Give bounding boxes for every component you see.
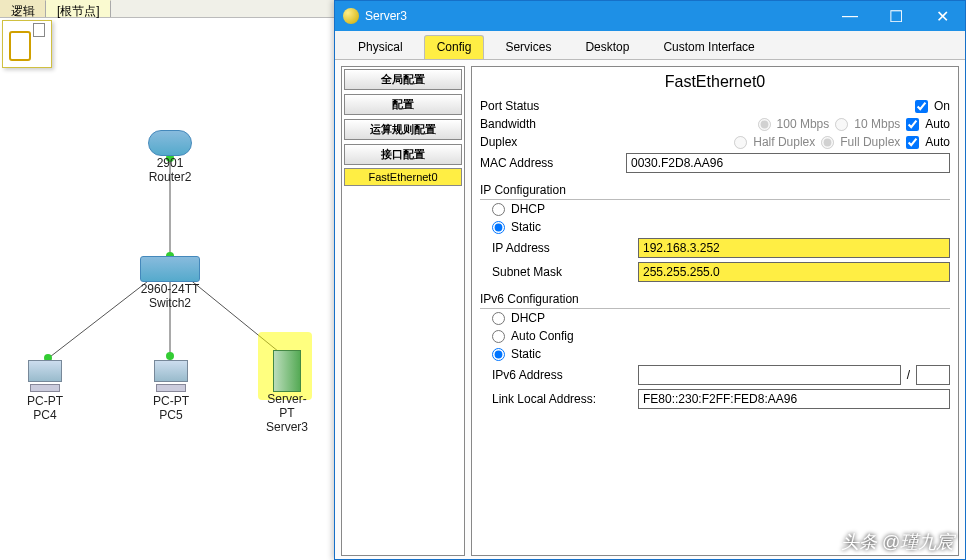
ipv6-dhcp-radio[interactable] — [492, 312, 505, 325]
ipv6-slash: / — [907, 368, 910, 382]
node-label: Server3 — [262, 420, 312, 434]
bandwidth-label: Bandwidth — [480, 117, 620, 131]
ip-dhcp-label: DHCP — [511, 202, 545, 216]
node-label: PC-PT — [20, 394, 70, 408]
ip-static-label: Static — [511, 220, 541, 234]
ip-address-label: IP Address — [492, 241, 632, 255]
duplex-auto-label: Auto — [925, 135, 950, 149]
bw-auto-label: Auto — [925, 117, 950, 131]
router-icon — [148, 130, 192, 156]
port-status-label: Port Status — [480, 99, 620, 113]
ipv6-auto-radio[interactable] — [492, 330, 505, 343]
ipv6-static-label: Static — [511, 347, 541, 361]
half-duplex-radio — [734, 136, 747, 149]
titlebar[interactable]: Server3 — ☐ ✕ — [335, 1, 965, 31]
pc-icon — [151, 360, 191, 394]
device-config-window: Server3 — ☐ ✕ Physical Config Services D… — [334, 0, 966, 560]
node-label: 2960-24TT — [140, 282, 200, 296]
node-switch[interactable]: 2960-24TT Switch2 — [140, 256, 200, 310]
subnet-mask-label: Subnet Mask — [492, 265, 632, 279]
link-local-input[interactable] — [638, 389, 950, 409]
panel-title: FastEthernet0 — [480, 71, 950, 97]
ip-static-radio[interactable] — [492, 221, 505, 234]
config-tree: 全局配置 配置 运算规则配置 接口配置 FastEthernet0 — [341, 66, 465, 556]
bw-10-radio — [835, 118, 848, 131]
node-pc5[interactable]: PC-PT PC5 — [146, 360, 196, 422]
node-pc4[interactable]: PC-PT PC4 — [20, 360, 70, 422]
tab-desktop[interactable]: Desktop — [572, 35, 642, 59]
node-server[interactable]: Server-PT Server3 — [262, 350, 312, 434]
tab-custom-interface[interactable]: Custom Interface — [650, 35, 767, 59]
pc-icon — [25, 360, 65, 394]
tab-config[interactable]: Config — [424, 35, 485, 59]
bw-auto-checkbox[interactable] — [906, 118, 919, 131]
switch-icon — [140, 256, 200, 282]
node-label: PC4 — [20, 408, 70, 422]
node-label: PC5 — [146, 408, 196, 422]
tab-services[interactable]: Services — [492, 35, 564, 59]
subnet-mask-input[interactable] — [638, 262, 950, 282]
ip-dhcp-radio[interactable] — [492, 203, 505, 216]
close-button[interactable]: ✕ — [919, 1, 965, 31]
ipv6-prefix-input[interactable] — [916, 365, 950, 385]
node-label: PC-PT — [146, 394, 196, 408]
ipv6-address-input[interactable] — [638, 365, 901, 385]
ipv6-static-radio[interactable] — [492, 348, 505, 361]
tree-leaf-fastethernet0[interactable]: FastEthernet0 — [344, 168, 462, 186]
bw-100-label: 100 Mbps — [777, 117, 830, 131]
tree-header-algo[interactable]: 运算规则配置 — [344, 119, 462, 140]
mac-input[interactable] — [626, 153, 950, 173]
duplex-auto-checkbox[interactable] — [906, 136, 919, 149]
svg-point-9 — [166, 352, 174, 360]
ip-config-header: IP Configuration — [480, 179, 950, 200]
ipv6-address-label: IPv6 Address — [492, 368, 632, 382]
server-icon — [273, 350, 301, 392]
ipv6-dhcp-label: DHCP — [511, 311, 545, 325]
config-tabs: Physical Config Services Desktop Custom … — [335, 31, 965, 60]
mac-label: MAC Address — [480, 156, 620, 170]
on-label: On — [934, 99, 950, 113]
ipv6-auto-label: Auto Config — [511, 329, 574, 343]
tree-header-settings[interactable]: 配置 — [344, 94, 462, 115]
half-duplex-label: Half Duplex — [753, 135, 815, 149]
link-local-label: Link Local Address: — [492, 392, 632, 406]
window-title: Server3 — [365, 9, 407, 23]
tab-physical[interactable]: Physical — [345, 35, 416, 59]
port-status-checkbox[interactable] — [915, 100, 928, 113]
node-label: Server-PT — [262, 392, 312, 420]
maximize-button[interactable]: ☐ — [873, 1, 919, 31]
workspace-canvas[interactable]: 逻辑 [根节点] 2901 Router2 2960-24TT Switch2 … — [0, 0, 334, 560]
node-label: Router2 — [148, 170, 192, 184]
config-panel: FastEthernet0 Port Status On Bandwidth 1… — [471, 66, 959, 556]
node-label: Switch2 — [140, 296, 200, 310]
duplex-label: Duplex — [480, 135, 620, 149]
node-router[interactable]: 2901 Router2 — [148, 130, 192, 184]
full-duplex-radio — [821, 136, 834, 149]
tree-header-global[interactable]: 全局配置 — [344, 69, 462, 90]
minimize-button[interactable]: — — [827, 1, 873, 31]
watermark: 头条 @瑾九宸 — [841, 530, 954, 554]
app-icon — [343, 8, 359, 24]
ip-address-input[interactable] — [638, 238, 950, 258]
bw-100-radio — [758, 118, 771, 131]
tree-header-interface[interactable]: 接口配置 — [344, 144, 462, 165]
svg-line-1 — [46, 278, 152, 360]
node-label: 2901 — [148, 156, 192, 170]
full-duplex-label: Full Duplex — [840, 135, 900, 149]
ipv6-config-header: IPv6 Configuration — [480, 288, 950, 309]
bw-10-label: 10 Mbps — [854, 117, 900, 131]
